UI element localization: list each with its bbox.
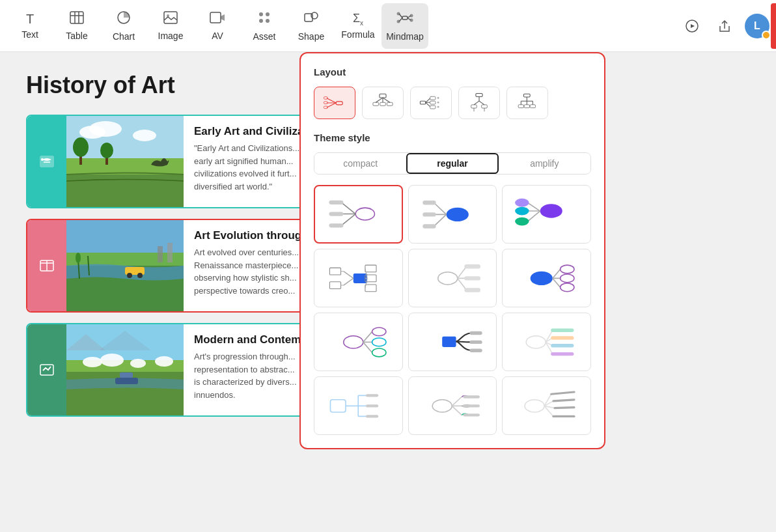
style-cell-9[interactable] <box>502 313 591 371</box>
style-cell-5[interactable] <box>408 249 497 307</box>
svg-point-10 <box>259 19 263 23</box>
theme-tab-compact[interactable]: compact <box>314 153 406 174</box>
svg-rect-5 <box>164 12 177 23</box>
svg-rect-48 <box>167 243 173 262</box>
svg-rect-78 <box>430 101 436 104</box>
style-cell-2[interactable] <box>408 185 497 244</box>
layout-option-top-anchor[interactable] <box>458 87 500 119</box>
toolbar-label-chart: Chart <box>113 31 135 42</box>
svg-point-120 <box>516 217 529 225</box>
layout-option-tree-right[interactable] <box>410 87 452 119</box>
toolbar-item-table[interactable]: Table <box>53 3 100 49</box>
svg-point-100 <box>355 208 374 221</box>
toolbar-label-mindmap: Mindmap <box>386 31 424 42</box>
toolbar-item-formula[interactable]: Σx Formula <box>335 3 381 49</box>
svg-rect-63 <box>324 97 327 100</box>
toolbar-label-shape: Shape <box>298 31 324 42</box>
layout-option-top-right-anchor[interactable] <box>506 87 548 119</box>
svg-line-135 <box>457 266 466 278</box>
svg-rect-73 <box>420 101 425 104</box>
svg-point-56 <box>155 356 173 367</box>
shape-icon <box>304 10 318 29</box>
svg-rect-14 <box>402 16 408 20</box>
card-icon-3 <box>27 324 66 415</box>
svg-rect-98 <box>524 105 529 108</box>
mindmap-icon <box>396 10 413 29</box>
theme-tab-amplify[interactable]: amplify <box>499 153 590 174</box>
svg-rect-57 <box>115 378 138 384</box>
svg-point-154 <box>372 348 386 357</box>
svg-line-178 <box>452 397 462 406</box>
svg-point-81 <box>437 102 439 104</box>
layout-option-tree-down[interactable] <box>362 87 404 119</box>
toolbar-item-av[interactable]: AV <box>194 3 241 49</box>
style-cell-3[interactable] <box>502 185 591 244</box>
style-cell-6[interactable] <box>502 249 591 307</box>
toolbar-item-text[interactable]: T Text <box>7 3 53 49</box>
layout-option-fishbone-left[interactable] <box>314 87 355 119</box>
svg-line-108 <box>434 203 446 214</box>
svg-line-191 <box>555 407 574 408</box>
svg-rect-91 <box>523 94 530 97</box>
toolbar-label-av: AV <box>212 31 223 41</box>
main-area: History of Art <box>0 52 776 532</box>
svg-rect-71 <box>380 102 386 105</box>
svg-point-33 <box>73 137 89 157</box>
svg-point-184 <box>525 399 545 412</box>
svg-point-54 <box>100 354 124 367</box>
svg-line-85 <box>474 101 479 105</box>
svg-point-114 <box>540 204 562 217</box>
card-image-2 <box>66 220 184 311</box>
toolbar-item-chart[interactable]: Chart <box>100 3 147 49</box>
svg-line-151 <box>363 342 372 352</box>
layout-section-title: Layout <box>314 66 591 77</box>
style-cell-1[interactable] <box>314 185 403 244</box>
style-cell-11[interactable] <box>408 376 497 435</box>
svg-point-46 <box>137 273 143 278</box>
svg-line-137 <box>457 278 466 290</box>
card-icon-2 <box>27 220 66 311</box>
svg-rect-88 <box>482 105 488 108</box>
svg-point-8 <box>259 12 263 16</box>
style-cell-8[interactable] <box>408 313 497 371</box>
svg-point-82 <box>437 106 439 108</box>
svg-rect-87 <box>471 105 477 108</box>
svg-rect-7 <box>210 12 221 23</box>
svg-rect-24 <box>40 156 54 167</box>
svg-line-189 <box>551 392 574 394</box>
svg-point-119 <box>516 206 529 215</box>
svg-point-18 <box>397 20 400 23</box>
svg-line-123 <box>344 278 353 285</box>
svg-rect-47 <box>158 246 163 262</box>
svg-line-67 <box>376 98 383 102</box>
toolbar-label-formula: Formula <box>341 29 374 40</box>
table-icon <box>70 11 84 28</box>
svg-line-144 <box>553 278 561 287</box>
toolbar-label-asset: Asset <box>253 31 275 42</box>
toolbar-accent <box>771 3 776 49</box>
style-cell-10[interactable] <box>314 376 403 435</box>
avatar-badge <box>762 31 771 40</box>
toolbar-item-asset[interactable]: Asset <box>241 3 288 49</box>
share-button[interactable] <box>712 14 737 38</box>
svg-point-80 <box>437 97 439 99</box>
svg-line-60 <box>327 98 336 103</box>
toolbar-item-image[interactable]: Image <box>147 3 194 49</box>
card-image-3 <box>66 324 184 415</box>
play-button[interactable] <box>680 14 704 38</box>
theme-section-title: Theme style <box>314 132 591 143</box>
svg-line-103 <box>341 214 355 226</box>
toolbar-item-mindmap[interactable]: Mindmap <box>381 3 428 49</box>
style-cell-12[interactable] <box>502 376 591 435</box>
toolbar-item-shape[interactable]: Shape <box>288 3 335 49</box>
svg-rect-131 <box>330 281 341 288</box>
card-icon-1 <box>27 116 66 207</box>
theme-tab-regular[interactable]: regular <box>406 153 498 174</box>
style-cell-4[interactable] <box>314 249 403 307</box>
avatar[interactable]: L <box>745 14 769 38</box>
style-cell-7[interactable] <box>314 313 403 371</box>
toolbar-label-table: Table <box>66 31 87 41</box>
svg-point-152 <box>372 328 386 336</box>
toolbar-label-image: Image <box>158 31 184 41</box>
text-icon: T <box>26 12 34 27</box>
